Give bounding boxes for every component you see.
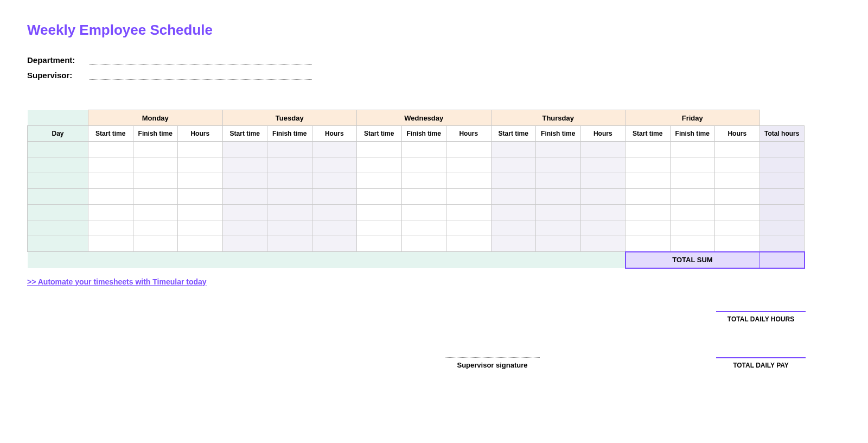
cell[interactable] [133,157,178,173]
cell[interactable] [401,236,446,252]
cell-input[interactable] [402,220,446,236]
cell[interactable] [88,173,133,189]
cell[interactable] [715,220,760,236]
cell[interactable] [491,205,536,220]
cell-input[interactable] [626,157,670,173]
day-cell[interactable] [28,220,88,236]
cell-input[interactable] [715,205,760,220]
cell[interactable] [222,220,267,236]
cell[interactable] [715,173,760,189]
cell-input[interactable] [312,173,357,188]
cell-input[interactable] [88,189,133,204]
cell[interactable] [670,142,715,157]
cell-input[interactable] [88,205,133,220]
department-input[interactable] [90,55,312,65]
cell-input[interactable] [223,173,267,188]
cell[interactable] [536,220,581,236]
cell[interactable] [626,236,671,252]
cell[interactable] [312,157,357,173]
cell-input[interactable] [446,205,491,220]
cell[interactable] [401,142,446,157]
row-total-cell[interactable] [760,220,805,236]
cell[interactable] [133,189,178,205]
cell-input[interactable] [223,220,267,236]
cell-input[interactable] [536,157,580,173]
cell-input[interactable] [715,189,760,204]
cell-input[interactable] [626,205,670,220]
row-total-input[interactable] [760,220,805,236]
cell[interactable] [536,157,581,173]
cell[interactable] [491,173,536,189]
cell[interactable] [401,205,446,220]
cell[interactable] [536,142,581,157]
cell-input[interactable] [357,236,401,251]
day-input[interactable] [28,157,88,173]
cell[interactable] [133,142,178,157]
cell-input[interactable] [402,142,446,157]
cell[interactable] [715,142,760,157]
cell[interactable] [446,157,492,173]
cell[interactable] [446,173,492,189]
cell-input[interactable] [626,220,670,236]
cell[interactable] [267,189,312,205]
cell-input[interactable] [402,189,446,204]
cell-input[interactable] [536,173,580,188]
cell[interactable] [267,157,312,173]
cell-input[interactable] [178,205,222,220]
cell[interactable] [133,173,178,189]
cell-input[interactable] [715,173,760,188]
cell-input[interactable] [536,236,580,251]
cell-input[interactable] [312,205,357,220]
cell[interactable] [88,220,133,236]
cell-input[interactable] [492,189,536,204]
supervisor-input[interactable] [90,70,312,80]
cell-input[interactable] [133,236,178,251]
cell[interactable] [222,205,267,220]
cell-input[interactable] [223,189,267,204]
cell[interactable] [222,236,267,252]
cell-input[interactable] [402,205,446,220]
cell-input[interactable] [446,220,491,236]
cell[interactable] [357,142,402,157]
cell-input[interactable] [88,157,133,173]
day-input[interactable] [28,236,88,251]
cell[interactable] [312,236,357,252]
cell[interactable] [178,220,223,236]
cell-input[interactable] [492,220,536,236]
cell[interactable] [446,236,492,252]
day-cell[interactable] [28,236,88,252]
cell-input[interactable] [446,236,491,251]
cell-input[interactable] [446,157,491,173]
total-sum-value-cell[interactable] [760,252,805,268]
cell[interactable] [446,220,492,236]
cell[interactable] [88,157,133,173]
day-input[interactable] [28,142,88,157]
cell-input[interactable] [357,189,401,204]
cell[interactable] [580,142,626,157]
cell[interactable] [88,205,133,220]
cell-input[interactable] [223,205,267,220]
cell[interactable] [715,157,760,173]
cell[interactable] [670,205,715,220]
cell[interactable] [401,157,446,173]
cell[interactable] [178,173,223,189]
row-total-input[interactable] [760,189,805,204]
cell-input[interactable] [267,157,312,173]
cell-input[interactable] [492,157,536,173]
cell[interactable] [312,142,357,157]
cell[interactable] [491,142,536,157]
cell-input[interactable] [267,142,312,157]
cell[interactable] [312,173,357,189]
day-input[interactable] [28,205,88,220]
row-total-cell[interactable] [760,142,805,157]
cell-input[interactable] [357,157,401,173]
cell-input[interactable] [88,173,133,188]
cell[interactable] [446,142,492,157]
cell-input[interactable] [88,142,133,157]
cell-input[interactable] [223,236,267,251]
cell[interactable] [178,205,223,220]
cell-input[interactable] [312,189,357,204]
cell-input[interactable] [581,157,626,173]
cell[interactable] [446,205,492,220]
cell[interactable] [626,220,671,236]
